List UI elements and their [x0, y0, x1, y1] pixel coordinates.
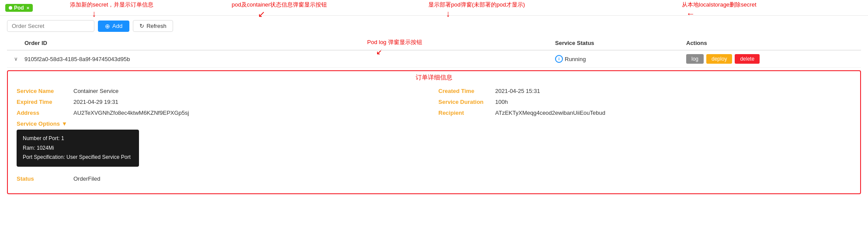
search-input[interactable] [7, 20, 94, 32]
pod-badge[interactable]: Pod × [5, 4, 33, 12]
col-order-id-header: Order ID [24, 40, 555, 46]
col-service-status-header: Service Status [555, 40, 686, 46]
refresh-button[interactable]: ↻ Refresh [133, 20, 173, 32]
status-text: Running [565, 56, 586, 62]
pod-status-dot [9, 6, 12, 10]
detail-col-left: Service Name Container Service Expired T… [17, 88, 430, 186]
table-header: Order ID Service Status Actions [7, 36, 861, 51]
add-button[interactable]: ⊕ Add [98, 21, 129, 32]
status-label: Status [17, 175, 73, 182]
service-option-ports: Number of Port: 1 [23, 134, 133, 144]
table-row: ∨ 9105f2a0-58d3-4185-8a9f-94745043d95b i… [7, 51, 861, 68]
service-options-dropdown: Number of Port: 1 Ram: 1024Mi Port Speci… [17, 130, 139, 167]
created-time-value: 2021-04-25 15:31 [495, 88, 540, 94]
created-time-field: Created Time 2021-04-25 15:31 [438, 88, 851, 94]
created-time-label: Created Time [438, 88, 495, 94]
detail-col-right: Created Time 2021-04-25 15:31 Service Du… [438, 88, 851, 186]
service-status-cell: i Running [555, 55, 686, 63]
orders-table: Order ID Service Status Actions ∨ 9105f2… [7, 36, 861, 194]
col-actions-header: Actions [686, 40, 861, 46]
row-expand-toggle[interactable]: ∨ [7, 56, 24, 62]
running-status-icon: i [555, 55, 563, 63]
log-button[interactable]: log [686, 54, 704, 64]
service-duration-value: 100h [495, 99, 508, 105]
recipient-field: Recipient ATzEKTyXMeqg4ceod2ewibanUiiEou… [438, 110, 851, 116]
add-icon: ⊕ [105, 23, 110, 30]
chevron-down-icon: ∨ [14, 56, 18, 62]
service-option-port-spec: Port Specification: User Specified Servi… [23, 153, 133, 162]
service-options-row: Service Options ▼ Number of Port: 1 Ram:… [17, 120, 430, 171]
service-option-ram: Ram: 1024Mi [23, 144, 133, 153]
pod-close-icon[interactable]: × [27, 5, 29, 10]
deploy-button[interactable]: deploy [706, 54, 732, 64]
delete-button[interactable]: delete [735, 54, 760, 64]
recipient-label: Recipient [438, 110, 495, 116]
service-duration-field: Service Duration 100h [438, 99, 851, 105]
address-field: Address AU2TeXVGNhZfo8ec4ktwM6KZNf9EPXGp… [17, 110, 430, 116]
annotation-order-detail: 订单详细信息 [416, 74, 452, 82]
service-name-field: Service Name Container Service [17, 88, 430, 94]
actions-cell: log deploy delete [686, 54, 861, 64]
order-id-cell: 9105f2a0-58d3-4185-8a9f-94745043d95b [24, 56, 555, 62]
expired-time-value: 2021-04-29 19:31 [73, 99, 118, 105]
service-duration-label: Service Duration [438, 99, 495, 105]
recipient-value: ATzEKTyXMeqg4ceod2ewibanUiiEouTebud [495, 110, 605, 116]
status-value: OrderFiled [73, 175, 100, 182]
address-value: AU2TeXVGNhZfo8ec4ktwM6KZNf9EPXGp5sj [73, 110, 189, 116]
detail-panel: 订单详细信息 Service Name Container Service Ex… [7, 70, 861, 194]
expired-time-label: Expired Time [17, 99, 73, 105]
service-name-value: Container Service [73, 88, 118, 94]
col-expand-header [7, 40, 24, 46]
service-options-toggle[interactable]: Service Options ▼ [17, 120, 139, 127]
refresh-icon: ↻ [139, 23, 144, 29]
expired-time-field: Expired Time 2021-04-29 19:31 [17, 99, 430, 105]
pod-badge-label: Pod [14, 5, 24, 11]
address-label: Address [17, 110, 73, 116]
status-field: Status OrderFiled [17, 175, 430, 182]
service-name-label: Service Name [17, 88, 73, 94]
toolbar: ⊕ Add ↻ Refresh [7, 20, 861, 32]
